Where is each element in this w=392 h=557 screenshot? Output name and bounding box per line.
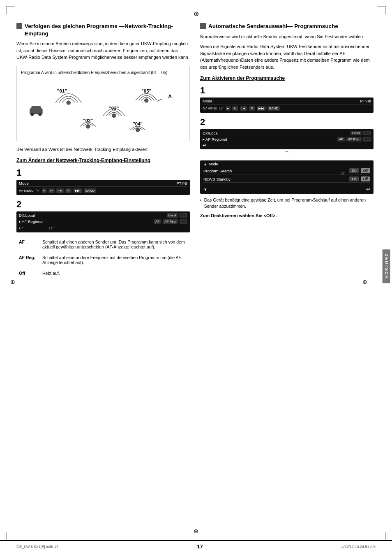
back-arrow-left: ↩ — [19, 225, 23, 231]
right-section-title-icon — [200, 23, 206, 29]
rnav-btn-band: BAND — [267, 106, 280, 111]
roff-btn: Off — [363, 137, 371, 142]
left-subsection-title: Zum Ändern der Netzwerk-Tracking-Empfang… — [16, 158, 190, 163]
rdx-row2-left: ▸ AF Regional — [203, 137, 227, 142]
right-section-title-text: Automatische Senderauswahl— Programmsuch… — [208, 23, 338, 30]
table-row-afreg: AF Reg. Schaltet auf eine andere Frequen… — [17, 253, 189, 267]
nav-btn-prev: |◄ — [56, 188, 64, 193]
page-footer: GE_KW-NSX1[E].indb 17 17 4/24/12 10:24:5… — [0, 540, 392, 550]
corner-mark-bl — [6, 532, 14, 541]
rnav-btn-next: ▶▶| — [257, 106, 266, 111]
af-btn: AF — [154, 219, 161, 224]
reg-mark-bottom: ⊕ — [194, 528, 198, 534]
left-section-title: Verfolgen des gleichen Programms —Networ… — [16, 23, 190, 37]
sidebar: DEUTSCH — [380, 0, 392, 532]
dx-btn: DX — [180, 213, 187, 218]
svg-point-7 — [144, 98, 149, 103]
curved-arrow: ⌒ — [200, 151, 374, 159]
screen1-top-right: PTY⊕ — [177, 181, 187, 186]
footer-left: GE_KW-NSX1[E].indb 17 — [16, 545, 58, 549]
right-subsection-title: Zum Aktivieren der Programmsuche — [200, 75, 374, 81]
rdx-btn: DX — [363, 131, 371, 135]
bullet-item: Das Gerät benötigt eine gewisse Zeit, um… — [200, 197, 374, 209]
nav-btn-next: ▶▶| — [73, 188, 82, 193]
news-standby-on: On — [349, 176, 359, 181]
rdx-row1-left: DX/Local — [203, 131, 219, 135]
afreg-btn: AF Reg. — [163, 219, 178, 224]
svg-text:"04": "04" — [133, 121, 143, 126]
prog-arrow-down: ▼ — [203, 187, 207, 192]
prog-mode-label: Mode — [209, 162, 218, 166]
svg-text:"05": "05" — [141, 88, 151, 93]
right-step1-screen: Mode PTY⊕ AV MENU ☞ ▸ ⊳ |◄ ✕ ▶▶| BAND — [200, 97, 374, 113]
nav-btn-arrow: ▸ — [42, 188, 47, 193]
deactivate-text: Zum Deaktivieren wählen Sie <Off>. — [200, 212, 374, 219]
left-step1-screen: Mode PTY⊕ AV MENU ☞ ▸ ⊳ |◄ ✕ ▶▶| BAND — [16, 180, 190, 195]
sidebar-label: DEUTSCH — [383, 249, 390, 283]
bullet-text: Das Gerät benötigt eine gewisse Zeit, um… — [204, 197, 374, 209]
dx-row1-left: DX/Local — [19, 213, 35, 218]
table-row-off: Off Hebt auf. — [17, 268, 189, 278]
svg-point-9 — [112, 113, 116, 118]
reg-mark-top: ⊕ — [194, 10, 199, 18]
left-step1-number: 1 — [16, 167, 190, 178]
raf-btn: AF — [337, 137, 345, 142]
prog-arrow-up: ▲ — [203, 162, 207, 166]
left-column: Verfolgen des gleichen Programms —Networ… — [16, 23, 190, 279]
corner-mark-br — [378, 532, 386, 541]
svg-point-2 — [30, 112, 34, 116]
screen1-top-left: Mode — [19, 181, 29, 186]
news-standby-off: Off — [361, 176, 370, 181]
diagram-box: Programm A wird in unterschiedlichen Fre… — [16, 66, 190, 141]
prog-search-off: Off — [361, 168, 370, 173]
table-desc-af: Schaltet auf einen anderen Sender um. Da… — [41, 237, 189, 252]
left-step2-screen: DX/Local Local DX ▸ AF Regional AF AF Re… — [16, 211, 190, 232]
right-column: Automatische Senderauswahl— Programmsuch… — [200, 23, 374, 279]
footer-right: 4/24/12 10:24:51 AM — [341, 545, 376, 549]
screen1-bottom-left: AV MENU — [19, 189, 34, 193]
hand-icon-right1: ☞ — [219, 105, 224, 111]
prog-back: ↩ — [366, 186, 370, 192]
diagram-caption: Programm A wird in unterschiedlichen Fre… — [21, 70, 185, 75]
svg-point-3 — [38, 112, 42, 116]
rdx-local-btn: Local — [350, 131, 362, 135]
table-row-af: AF Schaltet auf einen anderen Sender um.… — [17, 237, 189, 252]
nav-btn-stop: ✕ — [65, 188, 71, 193]
svg-point-5 — [67, 100, 71, 105]
right-step2-number: 2 — [200, 117, 374, 128]
left-paragraph1: Wenn Sie in einem Bereich unterwegs sind… — [16, 40, 190, 61]
section-title-icon — [16, 23, 22, 29]
prog-search-on: On — [349, 168, 359, 173]
right-step1-number: 1 — [200, 85, 374, 96]
dx-row2-left: ▸ AF Regional — [19, 219, 43, 224]
corner-mark-tl — [6, 6, 14, 14]
svg-point-13 — [136, 128, 140, 132]
rscreen1-top-right: PTY⊕ — [360, 99, 371, 103]
right-section-title: Automatische Senderauswahl— Programmsuch… — [200, 23, 374, 30]
rnav-btn-chevron: ⊳ — [232, 106, 238, 111]
table-label-af: AF — [17, 237, 40, 252]
nav-btn-chevron: ⊳ — [48, 188, 55, 193]
left-step2-number: 2 — [16, 199, 190, 210]
dx-local-btn: Local — [167, 213, 178, 218]
rnav-btn-stop: ✕ — [249, 106, 255, 111]
hand-icon-left1: ☞ — [35, 188, 40, 194]
settings-table: AF Schaltet auf einen anderen Sender um.… — [16, 236, 190, 279]
reg-mark-left: ⊕ — [10, 278, 15, 285]
rscreen1-top-left: Mode — [203, 99, 212, 103]
reg-mark-right: ⊕ — [362, 278, 367, 285]
svg-point-11 — [86, 124, 90, 129]
page: ⊕ ⊕ ⊕ ⊕ DEUTSCH Verfolgen des gleichen P… — [0, 0, 392, 557]
rnav-btn-arrow: ▸ — [226, 106, 231, 111]
right-paragraph1: Normalerweise wird er aktuelle Sender ab… — [200, 33, 374, 40]
svg-text:"01": "01" — [57, 88, 67, 93]
table-label-afreg: AF Reg. — [17, 253, 40, 267]
off-btn: Off — [180, 219, 187, 224]
hand-icon-left2: ☞ — [49, 225, 54, 231]
left-paragraph2: Bei Versand ab Werk ist der Netzwerk-Tra… — [16, 146, 190, 153]
page-number: 17 — [197, 543, 203, 550]
wave-diagram: "01" "05" "03" — [21, 78, 185, 136]
left-section-title-text: Verfolgen des gleichen Programms —Networ… — [25, 23, 190, 37]
right-step2-dx-screen: DX/Local Local DX ▸ AF Regional AF AF Re… — [200, 129, 374, 149]
table-desc-off: Hebt auf. — [41, 268, 189, 278]
